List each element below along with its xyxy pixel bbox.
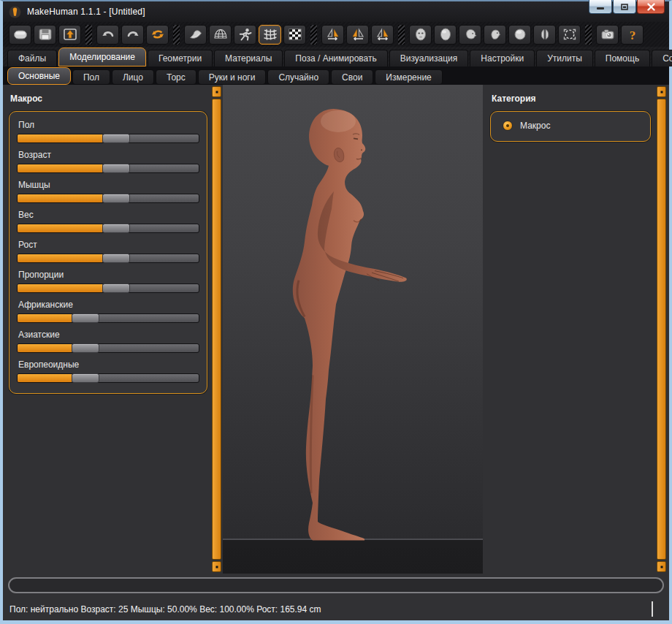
load-button[interactable]	[58, 25, 81, 45]
new-document-button[interactable]	[9, 25, 31, 45]
slider-fill	[18, 254, 102, 262]
sub-tab-6[interactable]: Случайно	[267, 69, 329, 85]
sub-tab-5[interactable]: Руки и ноги	[198, 69, 267, 85]
toolbar-separator	[585, 25, 592, 45]
screenshot-camera-button[interactable]	[596, 25, 619, 45]
main-tab-3[interactable]: Геометрии	[148, 50, 213, 66]
right-panel-scrollbar[interactable]	[657, 86, 666, 572]
slider-track[interactable]	[17, 313, 199, 323]
main-tab-4[interactable]: Материалы	[214, 50, 283, 66]
slider-track[interactable]	[17, 194, 199, 203]
sub-tab-8[interactable]: Измерение	[375, 69, 442, 85]
tab-label: Настройки	[481, 53, 524, 64]
main-tab-8[interactable]: Утилиты	[536, 50, 593, 66]
sub-tab-1[interactable]: Основные	[7, 67, 71, 85]
slider-handle[interactable]	[102, 224, 130, 233]
main-tab-6[interactable]: Визуализация	[389, 50, 469, 66]
scrollbar-top-cap[interactable]	[212, 86, 221, 97]
radio-icon[interactable]	[503, 121, 513, 131]
slider-track[interactable]	[17, 373, 199, 383]
slider-handle[interactable]	[102, 284, 130, 293]
title-bar[interactable]: MakeHuman 1.1.1 - [Untitled]	[3, 1, 669, 22]
smooth-shape-icon	[187, 27, 205, 42]
background-checker-button[interactable]	[283, 25, 306, 45]
main-tab-2[interactable]: Моделирование	[58, 47, 146, 66]
toolbar-separator	[310, 25, 317, 45]
scrollbar-thumb[interactable]	[212, 99, 221, 560]
resize-grip[interactable]	[652, 601, 653, 617]
help-button[interactable]: ?	[621, 25, 644, 45]
slider-label: Мышцы	[18, 180, 199, 190]
face-front-button[interactable]	[409, 25, 432, 45]
head-top-button[interactable]	[508, 25, 531, 45]
slider-track[interactable]	[17, 134, 199, 143]
head-top-icon	[511, 27, 529, 42]
category-option-1[interactable]: Макрос	[498, 113, 643, 135]
reset-button[interactable]	[146, 25, 169, 45]
main-tab-10[interactable]: Community	[652, 50, 672, 66]
redo-button[interactable]	[121, 25, 144, 45]
sub-tab-7[interactable]: Свои	[331, 69, 373, 85]
human-body[interactable]	[293, 109, 365, 541]
slider-handle[interactable]	[102, 254, 130, 263]
slider-track[interactable]	[17, 343, 199, 353]
slider-handle[interactable]	[102, 194, 130, 203]
screenshot-camera-icon	[599, 27, 616, 42]
window-controls	[589, 0, 665, 14]
scrollbar-bottom-cap[interactable]	[657, 561, 666, 572]
face-blank-button[interactable]	[434, 25, 457, 45]
save-button[interactable]	[34, 25, 56, 45]
slider-handle[interactable]	[102, 134, 130, 143]
symmetry-both-button[interactable]	[371, 25, 394, 45]
slider-handle[interactable]	[72, 343, 99, 353]
maximize-button[interactable]	[613, 0, 636, 14]
tab-label: Community	[663, 53, 672, 64]
main-tab-7[interactable]: Настройки	[470, 50, 535, 66]
tab-label: Визуализация	[400, 53, 458, 64]
scrollbar-bottom-cap[interactable]	[212, 561, 221, 572]
scrollbar-thumb[interactable]	[657, 99, 666, 560]
slider-track[interactable]	[17, 284, 199, 293]
slider-handle[interactable]	[102, 164, 130, 173]
slider-handle[interactable]	[72, 313, 99, 323]
scrollbar-top-cap[interactable]	[657, 86, 666, 97]
slider-track[interactable]	[17, 164, 199, 173]
slider-fill	[18, 344, 72, 352]
head-profile-button[interactable]	[484, 25, 506, 45]
sub-tab-bar: ОсновныеПолЛицоТорсРуки и ногиСлучайноСв…	[3, 66, 669, 85]
human-model[interactable]	[223, 85, 483, 574]
sub-tab-4[interactable]: Торс	[156, 69, 196, 85]
slider-track[interactable]	[17, 254, 199, 263]
head-halves-button[interactable]	[533, 25, 556, 45]
close-icon	[646, 3, 656, 11]
slider-7: Африканские	[17, 300, 199, 323]
grid-button[interactable]	[259, 25, 281, 45]
slider-handle[interactable]	[72, 373, 99, 383]
svg-text:?: ?	[629, 28, 635, 42]
main-tab-9[interactable]: Помощь	[595, 50, 650, 66]
pose-icon	[237, 27, 254, 42]
symmetry-left-button[interactable]	[346, 25, 369, 45]
wireframe-button[interactable]	[209, 25, 232, 45]
symmetry-right-icon	[324, 27, 342, 42]
selection-circle-button[interactable]	[558, 25, 581, 45]
slider-track[interactable]	[17, 224, 199, 233]
main-tab-1[interactable]: Файлы	[7, 50, 57, 66]
category-panel-title: Категория	[492, 94, 651, 104]
slider-8: Азиатские	[17, 330, 199, 353]
undo-button[interactable]	[96, 25, 119, 45]
close-button[interactable]	[637, 0, 665, 14]
smooth-shape-button[interactable]	[184, 25, 207, 45]
symmetry-right-button[interactable]	[321, 25, 344, 45]
pose-button[interactable]	[234, 25, 256, 45]
toolbar: ?	[3, 22, 669, 47]
minimize-button[interactable]	[589, 0, 612, 14]
makehuman-logo-icon	[9, 6, 21, 18]
left-panel-scrollbar[interactable]	[212, 86, 221, 572]
sub-tab-2[interactable]: Пол	[72, 69, 110, 85]
modifiers-panel: Макрос Пол Возраст Мышцы Вес Рост	[4, 85, 210, 574]
sub-tab-3[interactable]: Лицо	[112, 69, 154, 85]
main-tab-5[interactable]: Поза / Анимировать	[284, 50, 387, 66]
3d-viewport[interactable]	[223, 85, 483, 574]
head-three-quarter-button[interactable]	[459, 25, 481, 45]
